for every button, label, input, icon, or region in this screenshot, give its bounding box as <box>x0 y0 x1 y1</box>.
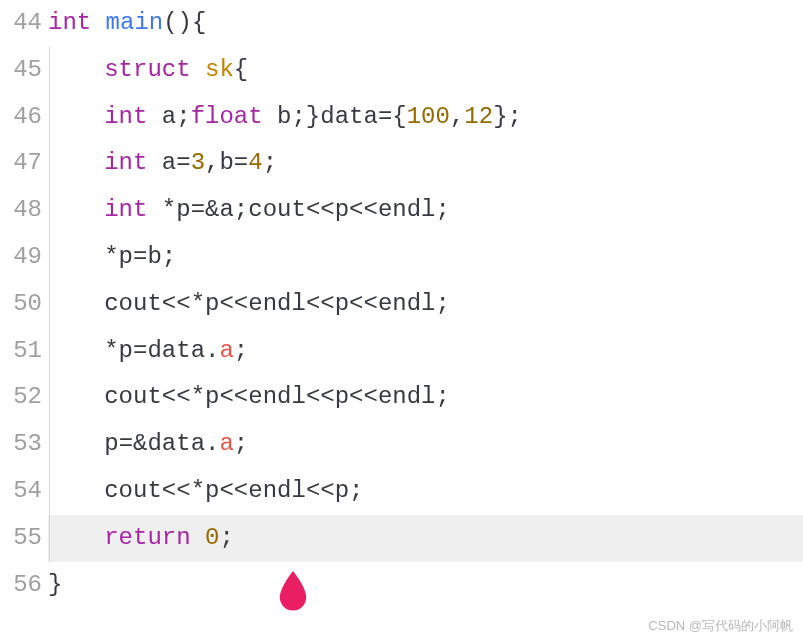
token-pun: ; <box>436 196 450 223</box>
token-ty: int <box>104 149 162 176</box>
code-line[interactable]: struct sk{ <box>48 47 803 94</box>
token-id: cout <box>104 383 162 410</box>
token-plain <box>61 383 104 410</box>
token-op: << <box>349 196 378 223</box>
token-ty: int <box>48 9 106 36</box>
token-plain <box>61 524 104 551</box>
line-number: 55 <box>0 515 42 562</box>
line-number: 44 <box>0 0 42 47</box>
code-line[interactable]: cout<<*p<<endl<<p<<endl; <box>48 281 803 328</box>
token-id: endl <box>378 196 436 223</box>
code-line[interactable]: cout<<*p<<endl<<p; <box>48 468 803 515</box>
code-line[interactable]: p=&data.a; <box>48 421 803 468</box>
code-line[interactable]: return 0; <box>48 515 803 562</box>
token-id: p <box>335 477 349 504</box>
token-plain <box>61 103 104 130</box>
token-id: b <box>277 103 291 130</box>
token-op: << <box>219 477 248 504</box>
token-id: p <box>205 383 219 410</box>
line-number: 48 <box>0 187 42 234</box>
token-id: endl <box>378 290 436 317</box>
token-op: << <box>306 290 335 317</box>
token-pun: ; <box>219 524 233 551</box>
watermark-text: CSDN @写代码的小阿帆 <box>648 613 793 638</box>
token-pun: ; <box>436 290 450 317</box>
code-line[interactable]: *p=b; <box>48 234 803 281</box>
token-id: p <box>176 196 190 223</box>
token-plain <box>61 290 104 317</box>
token-pun: ; <box>436 383 450 410</box>
token-fn: main <box>106 9 164 36</box>
token-prop: a <box>219 337 233 364</box>
token-id: b <box>147 243 161 270</box>
token-id: p <box>119 243 133 270</box>
token-op: * <box>162 196 176 223</box>
token-id: p <box>335 290 349 317</box>
token-op: = <box>176 149 190 176</box>
token-id: cout <box>248 196 306 223</box>
token-pun: ; <box>234 196 248 223</box>
token-id: data <box>147 430 205 457</box>
code-area[interactable]: int main(){ struct sk{ int a;float b;}da… <box>48 0 803 608</box>
token-pun: ; <box>176 103 190 130</box>
token-ty: float <box>191 103 277 130</box>
token-id: p <box>335 383 349 410</box>
token-pun: (){ <box>163 9 206 36</box>
token-id: p <box>205 290 219 317</box>
line-number: 56 <box>0 562 42 609</box>
token-id: cout <box>104 290 162 317</box>
token-ty: int <box>104 196 162 223</box>
token-pun: ={ <box>378 103 407 130</box>
token-plain <box>61 196 104 223</box>
token-op: << <box>219 383 248 410</box>
token-id: data <box>147 337 205 364</box>
code-line[interactable]: int a;float b;}data={100,12}; <box>48 94 803 141</box>
token-op: = <box>133 243 147 270</box>
line-number: 52 <box>0 374 42 421</box>
token-op: <<* <box>162 477 205 504</box>
token-op: =& <box>191 196 220 223</box>
token-id: endl <box>378 383 436 410</box>
token-pun: , <box>205 149 219 176</box>
token-op: << <box>306 383 335 410</box>
token-prop: a <box>219 430 233 457</box>
line-number: 46 <box>0 94 42 141</box>
token-id: endl <box>248 383 306 410</box>
code-editor[interactable]: 44454647484950515253545556 int main(){ s… <box>0 0 803 608</box>
code-line[interactable]: int *p=&a;cout<<p<<endl; <box>48 187 803 234</box>
token-op: <<* <box>162 383 205 410</box>
token-op: << <box>219 290 248 317</box>
token-num: 4 <box>248 149 262 176</box>
token-pun: ; <box>234 430 248 457</box>
code-line[interactable]: } <box>48 562 803 609</box>
token-ty: int <box>104 103 162 130</box>
code-line[interactable]: *p=data.a; <box>48 328 803 375</box>
token-id: p <box>205 477 219 504</box>
code-line[interactable]: cout<<*p<<endl<<p<<endl; <box>48 374 803 421</box>
token-pun: ; <box>349 477 363 504</box>
token-pun: ; <box>234 337 248 364</box>
token-pun: ;} <box>291 103 320 130</box>
line-number: 53 <box>0 421 42 468</box>
token-num: 3 <box>191 149 205 176</box>
token-num: 0 <box>205 524 219 551</box>
token-pun: }; <box>493 103 522 130</box>
token-pun: , <box>450 103 464 130</box>
code-line[interactable]: int main(){ <box>48 0 803 47</box>
token-op: << <box>306 477 335 504</box>
token-op: =& <box>119 430 148 457</box>
line-number-gutter: 44454647484950515253545556 <box>0 0 48 608</box>
token-op: <<* <box>162 290 205 317</box>
token-id: cout <box>104 477 162 504</box>
token-cls: sk <box>205 56 234 83</box>
token-id: a <box>219 196 233 223</box>
token-op: * <box>61 243 119 270</box>
token-pun: ; <box>162 243 176 270</box>
token-id: p <box>119 337 133 364</box>
token-pun: } <box>48 571 62 598</box>
code-line[interactable]: int a=3,b=4; <box>48 140 803 187</box>
token-id: a <box>162 149 176 176</box>
line-number: 54 <box>0 468 42 515</box>
token-id: p <box>104 430 118 457</box>
line-number: 51 <box>0 328 42 375</box>
